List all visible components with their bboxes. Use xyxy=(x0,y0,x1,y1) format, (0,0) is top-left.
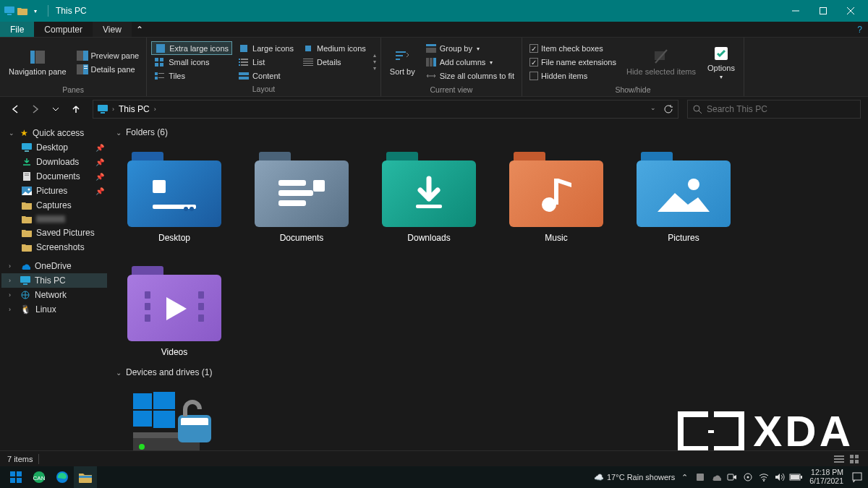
tab-view[interactable]: View xyxy=(93,22,132,37)
svg-point-85 xyxy=(139,444,145,450)
current-view-label: Current view xyxy=(386,85,517,95)
maximize-button[interactable] xyxy=(810,0,836,22)
details-view-button[interactable] xyxy=(833,454,845,464)
taskbar-explorer[interactable] xyxy=(74,466,97,488)
file-extensions-toggle[interactable]: ✓File name extensions xyxy=(527,56,619,69)
layout-more[interactable]: ▾ xyxy=(373,65,376,72)
back-button[interactable] xyxy=(7,101,23,117)
taskbar-edge-canary[interactable]: CAN xyxy=(27,466,51,488)
address-dropdown[interactable]: ⌄ xyxy=(650,104,656,114)
tray-meet-now-icon[interactable] xyxy=(726,471,739,484)
svg-rect-78 xyxy=(198,314,204,322)
folder-pictures[interactable]: Pictures xyxy=(629,147,738,243)
hidden-items-toggle[interactable]: Hidden items xyxy=(527,69,619,83)
svg-rect-80 xyxy=(153,392,175,409)
notifications-button[interactable] xyxy=(851,471,864,484)
folder-videos[interactable]: Videos xyxy=(120,262,229,357)
tray-wifi-icon[interactable] xyxy=(757,471,770,484)
size-columns-button[interactable]: Size all columns to fit xyxy=(422,69,517,83)
content-button[interactable]: Content xyxy=(235,69,297,82)
navigation-pane-button[interactable]: Navigation pane xyxy=(4,39,71,85)
sidebar-item-captures[interactable]: Captures xyxy=(1,198,107,213)
preview-pane-button[interactable]: Preview pane xyxy=(74,48,142,62)
drive-c[interactable]: TIS0031300A (C:) xyxy=(120,388,229,450)
svg-rect-100 xyxy=(17,478,22,483)
tab-file[interactable]: File xyxy=(0,22,34,37)
search-box[interactable] xyxy=(687,100,861,119)
dropdown-icon[interactable]: ▾ xyxy=(30,6,41,16)
large-icons-button[interactable]: Large icons xyxy=(235,41,297,55)
tray-chevron[interactable]: ⌃ xyxy=(678,471,691,484)
thumbnails-view-button[interactable] xyxy=(849,454,861,464)
this-pc-icon xyxy=(98,105,108,114)
layout-scroll-down[interactable]: ▾ xyxy=(373,59,376,65)
list-button[interactable]: List xyxy=(235,55,297,69)
layout-scroll-up[interactable]: ▴ xyxy=(373,52,376,59)
tab-computer[interactable]: Computer xyxy=(34,22,93,37)
sidebar-item-downloads[interactable]: Downloads📌 xyxy=(1,155,107,169)
add-columns-button[interactable]: Add columns▾ xyxy=(422,56,517,69)
extra-large-icons-button[interactable]: Extra large icons xyxy=(151,41,232,55)
start-button[interactable] xyxy=(4,466,27,488)
ribbon-collapse-button[interactable]: ⌃ xyxy=(132,22,148,37)
address-bar[interactable]: › This PC › ⌄ xyxy=(93,100,678,119)
recent-button[interactable] xyxy=(48,101,64,117)
sidebar-item-saved-pictures[interactable]: Saved Pictures xyxy=(1,226,107,240)
folders-group-header[interactable]: ⌄Folders (6) xyxy=(116,127,861,137)
svg-rect-58 xyxy=(20,276,30,283)
folder-documents[interactable]: Documents xyxy=(247,147,356,243)
group-by-button[interactable]: Group by▾ xyxy=(422,42,517,56)
weather-widget[interactable]: ☁️ 17°C Rain showers xyxy=(594,473,675,482)
svg-rect-52 xyxy=(25,150,29,152)
taskbar-edge[interactable] xyxy=(51,466,74,488)
tray-volume-icon[interactable] xyxy=(773,471,786,484)
tray-onedrive-icon[interactable] xyxy=(710,471,723,484)
svg-rect-42 xyxy=(426,58,429,67)
svg-rect-112 xyxy=(791,475,799,479)
tray-battery-icon[interactable] xyxy=(789,471,802,484)
sidebar-network[interactable]: ›Network xyxy=(1,288,107,302)
pictures-icon xyxy=(22,187,32,195)
folder-label: Music xyxy=(545,233,567,243)
svg-point-57 xyxy=(28,189,30,191)
sidebar-this-pc[interactable]: ›This PC xyxy=(1,273,107,288)
preview-pane-icon xyxy=(77,51,88,61)
breadcrumb[interactable]: This PC xyxy=(119,104,150,114)
sidebar-onedrive[interactable]: ›OneDrive xyxy=(1,259,107,273)
svg-rect-9 xyxy=(83,51,88,61)
help-button[interactable]: ? xyxy=(851,22,868,37)
svg-rect-113 xyxy=(853,473,861,480)
medium-icons-button[interactable]: Medium icons xyxy=(299,41,369,55)
refresh-button[interactable] xyxy=(663,104,673,114)
details-pane-button[interactable]: Details pane xyxy=(74,62,142,76)
item-checkboxes-toggle[interactable]: ✓Item check boxes xyxy=(527,42,619,56)
folder-downloads[interactable]: Downloads xyxy=(375,147,483,243)
forward-button[interactable] xyxy=(27,101,43,117)
sidebar-linux[interactable]: ›🐧Linux xyxy=(1,302,107,317)
sidebar-quick-access[interactable]: ⌄★Quick access xyxy=(1,126,107,140)
sidebar-item-desktop[interactable]: Desktop📌 xyxy=(1,140,107,155)
sidebar-item-pictures[interactable]: Pictures📌 xyxy=(1,184,107,198)
drives-group-header[interactable]: ⌄Devices and drives (1) xyxy=(116,367,861,377)
tray-app-icon[interactable] xyxy=(694,471,707,484)
details-button[interactable]: Details xyxy=(299,55,369,69)
folder-music[interactable]: Music xyxy=(502,147,610,243)
sort-by-button[interactable]: Sort by xyxy=(386,39,420,85)
svg-rect-38 xyxy=(396,55,403,56)
folder-desktop[interactable]: Desktop xyxy=(120,147,229,243)
sidebar-item-screenshots[interactable]: Screenshots xyxy=(1,240,107,254)
sidebar-item-blurred[interactable] xyxy=(1,213,107,226)
tiles-button[interactable]: Tiles xyxy=(151,69,232,82)
tray-location-icon[interactable] xyxy=(741,471,754,484)
options-button[interactable]: Options ▾ xyxy=(703,39,739,85)
minimize-button[interactable] xyxy=(783,0,809,22)
search-input[interactable] xyxy=(707,104,856,114)
showhide-label: Show/hide xyxy=(527,85,739,95)
up-button[interactable] xyxy=(68,101,84,117)
close-button[interactable] xyxy=(838,0,864,22)
md-icons-icon xyxy=(302,43,314,53)
small-icons-button[interactable]: Small icons xyxy=(151,55,232,69)
clock[interactable]: 12:18 PM 6/17/2021 xyxy=(805,468,848,485)
hide-selected-button[interactable]: Hide selected items xyxy=(622,39,700,85)
sidebar-item-documents[interactable]: Documents📌 xyxy=(1,169,107,184)
